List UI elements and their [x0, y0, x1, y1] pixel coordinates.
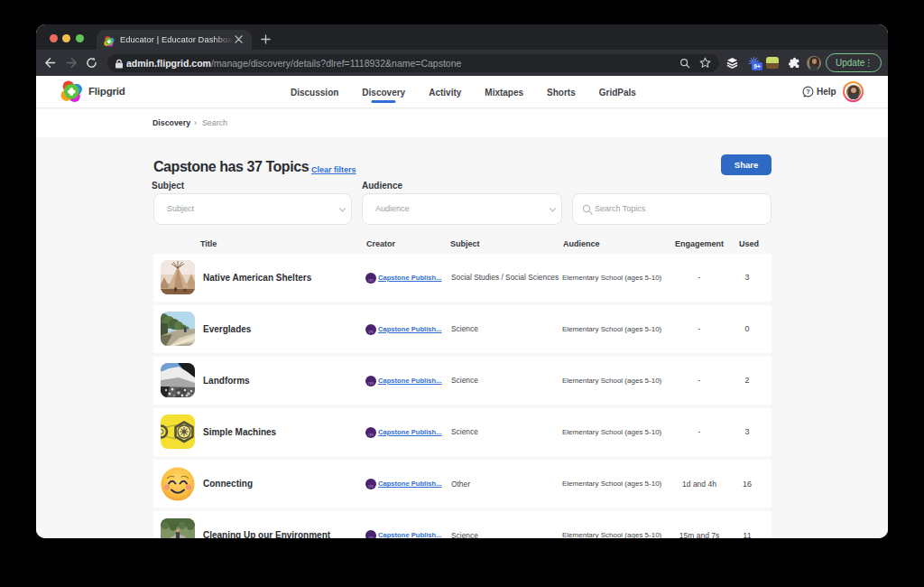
svg-text:CPS: CPS — [368, 330, 374, 333]
svg-text:CPS: CPS — [368, 536, 374, 538]
svg-text:?: ? — [806, 88, 810, 96]
svg-text:CPS: CPS — [368, 381, 374, 385]
svg-text:CPS: CPS — [368, 433, 374, 437]
svg-text:CPS: CPS — [368, 278, 374, 282]
svg-text:CPS: CPS — [368, 485, 374, 489]
